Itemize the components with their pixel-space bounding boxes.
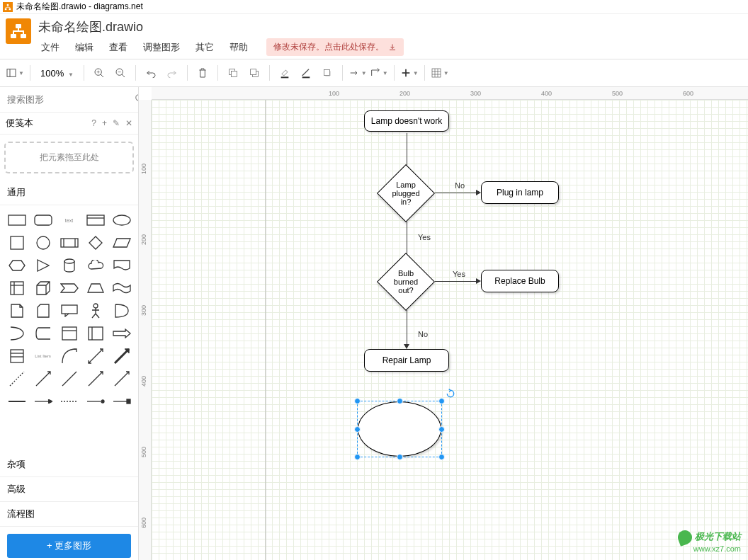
shape-conn3[interactable] (57, 391, 81, 412)
resize-handle-sw[interactable] (354, 454, 361, 460)
menu-help[interactable]: 帮助 (227, 40, 251, 55)
section-advanced[interactable]: 高级 (0, 477, 138, 502)
shape-step[interactable] (57, 278, 81, 299)
shape-cube[interactable] (30, 278, 55, 299)
shape-or[interactable] (109, 300, 134, 321)
resize-handle-nw[interactable] (354, 398, 361, 404)
menu-extras[interactable]: 其它 (193, 40, 217, 55)
shape-bidir[interactable] (83, 345, 108, 367)
shape-curve[interactable] (57, 345, 81, 367)
shape-datastore[interactable] (30, 323, 55, 344)
search-button[interactable] (130, 90, 139, 109)
zoom-out-button[interactable] (111, 64, 130, 82)
menu-arrange[interactable]: 调整图形 (140, 40, 183, 55)
fill-color-button[interactable] (276, 64, 294, 82)
help-icon[interactable]: ? (91, 118, 96, 128)
shadow-button[interactable] (318, 64, 336, 82)
shape-card[interactable] (30, 300, 55, 321)
shape-hexagon[interactable] (4, 255, 29, 276)
drawio-logo[interactable] (6, 18, 31, 44)
shape-callout[interactable] (57, 300, 81, 321)
shape-rect[interactable] (4, 210, 29, 231)
shape-process[interactable] (57, 232, 81, 253)
shape-conn4[interactable] (83, 391, 108, 412)
resize-handle-se[interactable] (438, 454, 445, 460)
more-shapes-button[interactable]: + 更多图形 (7, 534, 131, 558)
section-misc[interactable]: 杂项 (0, 452, 138, 477)
resize-handle-s[interactable] (397, 454, 403, 460)
shape-document[interactable] (109, 255, 134, 276)
shape-conn5[interactable] (109, 391, 134, 412)
search-input[interactable] (3, 90, 130, 109)
menu-file[interactable]: 文件 (38, 40, 62, 55)
sidebar-toggle-button[interactable]: ▼ (6, 64, 24, 82)
scratchpad-header[interactable]: 便笺本 ? + ✎ ✕ (0, 113, 138, 135)
undo-button[interactable] (142, 64, 160, 82)
node-decision-1[interactable]: Lamp plugged in? (377, 164, 435, 222)
save-warning[interactable]: 修改未保存。点击此处保存。 (266, 38, 404, 56)
shape-square[interactable] (4, 232, 29, 253)
insert-button[interactable]: ▼ (400, 64, 419, 82)
shape-arrow[interactable] (109, 323, 134, 344)
resize-handle-e[interactable] (438, 426, 445, 433)
edit-icon[interactable]: ✎ (113, 118, 120, 128)
connection-button[interactable]: ▼ (348, 64, 367, 82)
shape-line1[interactable] (30, 368, 55, 389)
node-repair[interactable]: Repair Lamp (364, 349, 449, 372)
node-decision-2[interactable]: Bulb burned out? (377, 253, 435, 311)
add-icon[interactable]: + (102, 118, 107, 128)
shape-diamond[interactable] (83, 232, 108, 253)
selected-ellipse[interactable] (357, 401, 442, 457)
close-icon[interactable]: ✕ (125, 118, 132, 128)
shape-container[interactable] (57, 323, 81, 344)
shape-actor[interactable] (83, 300, 108, 321)
shape-line4[interactable] (109, 368, 134, 389)
shape-line3[interactable] (83, 368, 108, 389)
shape-cloud[interactable] (83, 255, 108, 276)
shape-parallelogram[interactable] (109, 232, 134, 253)
shape-text[interactable]: text (57, 210, 81, 231)
to-back-button[interactable] (245, 64, 264, 82)
shape-conn1[interactable] (4, 391, 29, 412)
shape-ellipse[interactable] (109, 210, 134, 231)
shape-circle[interactable] (30, 232, 55, 253)
resize-handle-n[interactable] (397, 398, 403, 404)
document-title[interactable]: 未命名绘图.drawio (38, 18, 742, 35)
rotate-handle[interactable] (446, 389, 454, 397)
node-plugin[interactable]: Plug in lamp (481, 181, 559, 204)
redo-button[interactable] (163, 64, 181, 82)
node-start[interactable]: Lamp doesn't work (364, 110, 449, 132)
shape-cylinder[interactable] (57, 255, 81, 276)
canvas[interactable]: Lamp doesn't work Lamp plugged in? No Pl… (152, 100, 748, 560)
shape-list[interactable] (4, 345, 29, 367)
section-flowchart[interactable]: 流程图 (0, 502, 138, 527)
to-front-button[interactable] (224, 64, 242, 82)
menu-edit[interactable]: 编辑 (72, 40, 96, 55)
shape-listitem[interactable]: List Item (30, 345, 55, 367)
shape-trapezoid[interactable] (83, 278, 108, 299)
shape-triangle[interactable] (30, 255, 55, 276)
shape-rounded[interactable] (30, 210, 55, 231)
node-replace[interactable]: Replace Bulb (481, 270, 559, 292)
line-color-button[interactable] (297, 64, 315, 82)
shape-textbox[interactable] (83, 210, 108, 231)
zoom-select[interactable]: 100% ▼ (36, 67, 78, 80)
shape-internal[interactable] (4, 278, 29, 299)
resize-handle-ne[interactable] (438, 398, 445, 404)
section-general[interactable]: 通用 (0, 181, 138, 205)
shape-note[interactable] (4, 300, 29, 321)
table-button[interactable]: ▼ (431, 64, 449, 82)
shape-container2[interactable] (83, 323, 108, 344)
shape-and[interactable] (4, 323, 29, 344)
shape-tape[interactable] (109, 278, 134, 299)
shape-conn2[interactable] (30, 391, 55, 412)
delete-button[interactable] (193, 64, 212, 82)
shape-dashed[interactable] (4, 368, 29, 389)
shape-arrow2[interactable] (109, 345, 134, 367)
shape-line2[interactable] (57, 368, 81, 389)
menu-view[interactable]: 查看 (106, 40, 130, 55)
resize-handle-w[interactable] (354, 426, 361, 433)
zoom-in-button[interactable] (90, 64, 108, 82)
waypoints-button[interactable]: ▼ (370, 64, 388, 82)
scratchpad-drop[interactable]: 把元素拖至此处 (4, 142, 134, 173)
